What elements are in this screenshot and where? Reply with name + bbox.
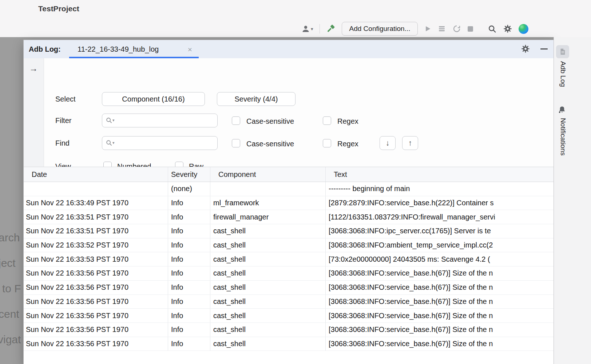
- tab-label: 11-22_16-33-49_hub_log: [78, 45, 159, 54]
- cell-component: cast_shell: [210, 266, 326, 280]
- table-row[interactable]: Sun Nov 22 16:33:56 PST 1970 Info cast_s…: [24, 266, 554, 281]
- table-row[interactable]: Sun Nov 22 16:33:56 PST 1970 Info cast_s…: [24, 337, 554, 351]
- ide-logo-icon[interactable]: [519, 24, 528, 34]
- filter-input[interactable]: [119, 114, 215, 127]
- search-icon[interactable]: [488, 24, 497, 33]
- cell-text: [3068:3068:INFO:service_base.h(67)] Size…: [326, 323, 554, 337]
- search-icon: ▾: [106, 117, 115, 124]
- log-table-header: Date Severity Component Text: [24, 167, 554, 182]
- table-row[interactable]: Sun Nov 22 16:33:56 PST 1970 Info cast_s…: [24, 323, 554, 337]
- cell-date: Sun Nov 22 16:33:53 PST 1970: [24, 252, 168, 266]
- cell-component: cast_shell: [210, 309, 326, 323]
- cell-severity: Info: [168, 281, 210, 294]
- filter-label: Filter: [55, 116, 71, 125]
- panel-header: Adb Log: 11-22_16-33-49_hub_log ×: [24, 40, 554, 59]
- user-icon[interactable]: ▾: [301, 24, 313, 33]
- find-case-sensitive-checkbox[interactable]: [232, 139, 240, 147]
- find-input[interactable]: [119, 137, 215, 150]
- close-icon[interactable]: ×: [188, 46, 192, 53]
- cell-text: [3068:3068:INFO:service_base.h(67)] Size…: [326, 295, 554, 309]
- panel-settings-gear-icon[interactable]: [521, 44, 530, 54]
- cell-component: cast_shell: [210, 337, 326, 351]
- table-row[interactable]: Sun Nov 22 16:33:53 PST 1970 Info cast_s…: [24, 252, 554, 266]
- cell-severity: (none): [168, 182, 210, 196]
- cell-date: Sun Nov 22 16:33:56 PST 1970: [24, 309, 168, 323]
- add-configuration-button[interactable]: Add Configuration...: [342, 22, 418, 36]
- document-icon: [559, 48, 566, 55]
- table-row[interactable]: Sun Nov 22 16:33:51 PST 1970 Info cast_s…: [24, 224, 554, 238]
- cell-component: cast_shell: [210, 224, 326, 238]
- tab-adb-log-iconbox[interactable]: [556, 45, 569, 58]
- tab-adb-log[interactable]: Adb Log: [559, 61, 567, 87]
- arrow-right-icon[interactable]: →: [29, 63, 38, 74]
- cell-severity: Info: [168, 224, 210, 238]
- find-next-button[interactable]: ↓: [380, 136, 396, 150]
- table-row[interactable]: Sun Nov 22 16:33:56 PST 1970 Info cast_s…: [24, 295, 554, 309]
- find-regex-label[interactable]: Regex: [337, 140, 358, 148]
- bell-icon[interactable]: [558, 106, 566, 114]
- column-header-severity[interactable]: Severity: [168, 167, 210, 182]
- debug-icon[interactable]: [437, 24, 446, 33]
- cell-component: cast_shell: [210, 238, 326, 252]
- cell-date: [24, 182, 168, 196]
- severity-filter-button[interactable]: Severity (4/4): [217, 92, 296, 106]
- find-regex-checkbox[interactable]: [323, 139, 331, 147]
- cell-text: [2879:2879:INFO:service_base.h(222)] Con…: [326, 196, 554, 210]
- table-row[interactable]: (none) --------- beginning of main: [24, 182, 554, 196]
- log-file-tab[interactable]: 11-22_16-33-49_hub_log ×: [69, 40, 199, 58]
- toolbar-divider: [320, 24, 320, 33]
- cell-severity: Info: [168, 252, 210, 266]
- cell-severity: Info: [168, 238, 210, 252]
- build-hammer-icon[interactable]: [326, 24, 336, 33]
- table-row[interactable]: Sun Nov 22 16:33:56 PST 1970 Info cast_s…: [24, 281, 554, 295]
- cell-text: [3068:3068:INFO:ambient_temp_service_imp…: [326, 238, 554, 252]
- cell-text: --------- beginning of main: [326, 182, 554, 196]
- find-search-field: ▾: [102, 136, 218, 150]
- table-row[interactable]: Sun Nov 22 16:33:49 PST 1970 Info ml_fra…: [24, 196, 554, 210]
- settings-gear-icon[interactable]: [503, 24, 512, 33]
- find-case-sensitive-label[interactable]: Case-sensitive: [246, 140, 294, 148]
- find-previous-button[interactable]: ↑: [402, 136, 418, 150]
- table-row[interactable]: Sun Nov 22 16:33:52 PST 1970 Info cast_s…: [24, 238, 554, 253]
- chevron-down-icon: ▾: [112, 141, 115, 145]
- minimize-icon[interactable]: [540, 48, 548, 50]
- filter-case-sensitive-label[interactable]: Case-sensitive: [246, 117, 294, 126]
- filter-regex-label[interactable]: Regex: [337, 117, 358, 126]
- cell-date: Sun Nov 22 16:33:52 PST 1970: [24, 238, 168, 252]
- cell-component: ml_framework: [210, 196, 326, 210]
- cell-text: [3068:3068:INFO:service_base.h(67)] Size…: [326, 281, 554, 294]
- table-row[interactable]: Sun Nov 22 16:33:56 PST 1970 Info cast_s…: [24, 309, 554, 323]
- tab-notifications[interactable]: Notifications: [559, 118, 567, 156]
- cell-severity: Info: [168, 210, 210, 224]
- cell-text: [3068:3068:INFO:service_base.h(67)] Size…: [326, 266, 554, 280]
- run-icon[interactable]: [424, 25, 431, 32]
- dimmed-text-fragment: cent: [0, 308, 19, 320]
- log-table-body: (none) --------- beginning of main Sun N…: [24, 182, 554, 351]
- adb-log-panel: Adb Log: 11-22_16-33-49_hub_log × → Sele…: [24, 40, 554, 364]
- cell-text: [3068:3068:INFO:service_base.h(67)] Size…: [326, 309, 554, 323]
- cell-component: [210, 182, 326, 196]
- stop-icon[interactable]: [467, 26, 473, 32]
- filter-regex-checkbox[interactable]: [323, 116, 331, 125]
- filter-case-sensitive-checkbox[interactable]: [232, 116, 240, 125]
- cell-date: Sun Nov 22 16:33:56 PST 1970: [24, 323, 168, 337]
- table-row[interactable]: Sun Nov 22 16:33:51 PST 1970 Info firewa…: [24, 210, 554, 224]
- component-filter-button[interactable]: Component (16/16): [102, 92, 205, 106]
- cell-component: cast_shell: [210, 252, 326, 266]
- log-controls: → Select Component (16/16) Severity (4/4…: [24, 58, 554, 167]
- dimmed-text-fragment: vigat: [0, 333, 21, 346]
- column-header-text[interactable]: Text: [326, 167, 554, 182]
- column-header-date[interactable]: Date: [24, 167, 168, 182]
- panel-title: Adb Log:: [29, 40, 61, 58]
- profiler-icon[interactable]: [452, 24, 461, 33]
- cell-severity: Info: [168, 295, 210, 309]
- cell-date: Sun Nov 22 16:33:56 PST 1970: [24, 266, 168, 280]
- dimmed-text-fragment: ject: [0, 257, 16, 269]
- column-header-component[interactable]: Component: [210, 167, 326, 182]
- controls-gutter: →: [24, 58, 44, 167]
- cell-text: [73:0x2e00000000] 24043505 ms: Scavenge …: [326, 252, 554, 266]
- cell-severity: Info: [168, 196, 210, 210]
- dimmed-text-fragment: to F: [2, 282, 21, 295]
- chevron-down-icon: ▾: [311, 26, 313, 32]
- cell-text: [3068:3068:INFO:service_base.h(67)] Size…: [326, 337, 554, 351]
